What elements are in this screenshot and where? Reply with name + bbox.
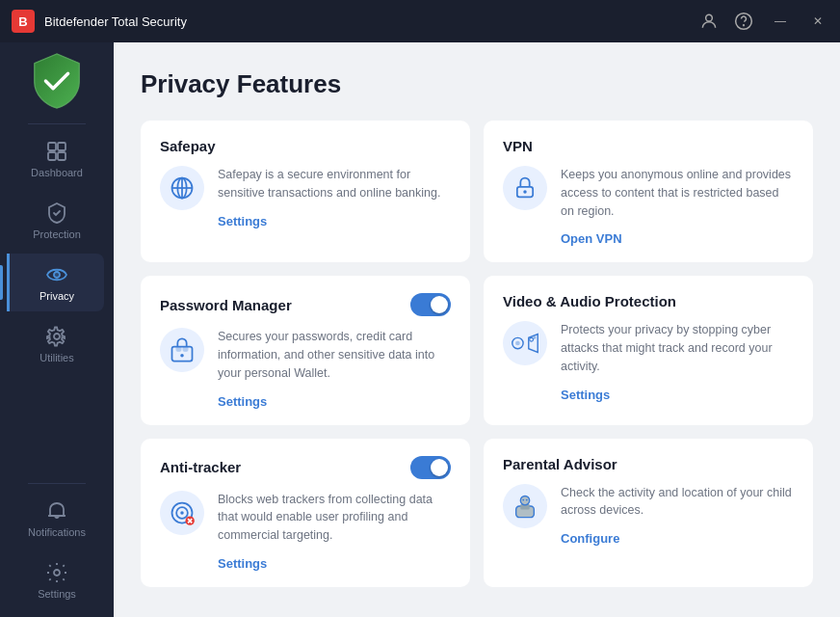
window-controls: ― ✕ — [699, 12, 828, 31]
svg-point-2 — [744, 25, 745, 26]
svg-point-27 — [180, 511, 184, 515]
pa-desc: Check the activity and location of your … — [561, 484, 794, 521]
pa-link[interactable]: Configure — [561, 531, 619, 546]
pa-text: Check the activity and location of your … — [561, 484, 794, 548]
protection-icon — [45, 201, 68, 225]
svg-point-9 — [54, 334, 60, 339]
at-link[interactable]: Settings — [218, 556, 267, 571]
at-title: Anti-tracker — [160, 459, 241, 475]
svg-point-21 — [180, 354, 184, 358]
pwm-title: Password Manager — [160, 297, 292, 313]
card-password-manager: Password Manager Secures — [141, 276, 470, 424]
vpn-text: Keeps you anonymous online and provides … — [561, 166, 794, 247]
app-logo: B — [12, 10, 35, 33]
card-safepay-header: Safepay — [160, 138, 451, 154]
settings-icon — [45, 561, 68, 584]
safepay-icon — [160, 166, 204, 210]
svg-rect-3 — [48, 143, 56, 150]
dashboard-label: Dashboard — [31, 167, 83, 178]
card-vpn-body: Keeps you anonymous online and provides … — [503, 166, 794, 247]
vpn-desc: Keeps you anonymous online and provides … — [561, 166, 794, 220]
pwm-desc: Secures your passwords, credit card info… — [218, 328, 451, 382]
svg-point-35 — [526, 498, 528, 500]
card-parental: Parental Advisor Check the activity — [484, 439, 813, 587]
vap-link[interactable]: Settings — [561, 388, 610, 402]
svg-rect-20 — [183, 347, 188, 352]
sidebar-item-utilities[interactable]: Utilities — [11, 315, 103, 373]
active-indicator — [0, 265, 3, 300]
svg-point-1 — [736, 13, 752, 30]
help-icon[interactable] — [734, 12, 753, 31]
sidebar: Dashboard Protection Privacy — [0, 42, 114, 617]
safepay-title: Safepay — [160, 138, 216, 154]
card-vpn-header: VPN — [503, 138, 794, 154]
utilities-icon — [45, 325, 68, 348]
sidebar-item-dashboard[interactable]: Dashboard — [11, 130, 103, 188]
vpn-title: VPN — [503, 138, 533, 154]
card-at-header: Anti-tracker — [160, 456, 451, 479]
app-body: Dashboard Protection Privacy — [0, 42, 840, 617]
utilities-label: Utilities — [39, 352, 73, 363]
vap-text: Protects your privacy by stopping cyber … — [561, 321, 794, 402]
card-vpn: VPN Keeps you anonymous online and provi… — [484, 121, 813, 262]
vpn-icon — [503, 166, 547, 210]
privacy-icon — [45, 263, 68, 286]
card-pa-body: Check the activity and location of your … — [503, 484, 794, 572]
titlebar: B Bitdefender Total Security ― ✕ — [0, 0, 840, 42]
svg-rect-6 — [58, 152, 66, 160]
notifications-icon — [45, 499, 68, 523]
card-vap-header: Video & Audio Protection — [503, 293, 794, 309]
brand-shield — [28, 52, 86, 110]
vap-icon — [503, 321, 547, 365]
antitracker-toggle[interactable] — [410, 456, 451, 479]
at-icon — [160, 491, 204, 535]
svg-point-34 — [522, 498, 524, 500]
svg-point-17 — [523, 190, 527, 194]
svg-point-33 — [520, 496, 529, 504]
pa-icon — [503, 484, 547, 528]
sidebar-divider-bottom — [28, 483, 86, 484]
sidebar-item-privacy[interactable]: Privacy — [7, 254, 104, 311]
sidebar-item-settings[interactable]: Settings — [11, 551, 103, 609]
pwm-link[interactable]: Settings — [218, 394, 267, 409]
safepay-desc: Safepay is a secure environment for sens… — [218, 166, 451, 202]
card-pwm-body: Secures your passwords, credit card info… — [160, 328, 451, 409]
user-icon[interactable] — [699, 12, 719, 31]
at-text: Blocks web trackers from collecting data… — [218, 491, 451, 572]
app-title: Bitdefender Total Security — [44, 14, 699, 29]
pa-title: Parental Advisor — [503, 456, 617, 472]
card-video-audio: Video & Audio Protection Protects yo — [484, 276, 813, 424]
minimize-button[interactable]: ― — [769, 13, 792, 30]
vap-title: Video & Audio Protection — [503, 293, 676, 309]
card-at-body: Blocks web trackers from collecting data… — [160, 491, 451, 572]
vap-desc: Protects your privacy by stopping cyber … — [561, 321, 794, 375]
close-button[interactable]: ✕ — [807, 13, 828, 30]
main-content: Privacy Features Safepay — [114, 42, 840, 617]
features-grid: Safepay Safepay is a secure environment … — [141, 121, 813, 587]
svg-point-23 — [515, 341, 520, 346]
safepay-text: Safepay is a secure environment for sens… — [218, 166, 451, 229]
svg-rect-4 — [58, 143, 66, 150]
page-title: Privacy Features — [141, 69, 813, 99]
svg-point-0 — [706, 14, 713, 21]
sidebar-item-notifications[interactable]: Notifications — [11, 490, 103, 548]
safepay-link[interactable]: Settings — [218, 214, 267, 228]
card-safepay: Safepay Safepay is a secure environment … — [141, 121, 470, 262]
notifications-label: Notifications — [28, 526, 86, 538]
protection-label: Protection — [33, 228, 81, 240]
svg-point-11 — [54, 570, 60, 576]
sidebar-divider-top — [28, 123, 86, 124]
svg-rect-5 — [48, 152, 56, 160]
svg-rect-18 — [172, 347, 193, 362]
card-pa-header: Parental Advisor — [503, 456, 794, 472]
card-antitracker: Anti-tracker — [141, 439, 470, 587]
card-vap-body: Protects your privacy by stopping cyber … — [503, 321, 794, 409]
sidebar-item-protection[interactable]: Protection — [11, 192, 103, 250]
svg-rect-19 — [176, 347, 181, 352]
at-desc: Blocks web trackers from collecting data… — [218, 491, 451, 545]
vpn-link[interactable]: Open VPN — [561, 231, 622, 246]
privacy-label: Privacy — [39, 290, 74, 302]
pwm-text: Secures your passwords, credit card info… — [218, 328, 451, 409]
pwm-toggle[interactable] — [410, 293, 451, 316]
card-safepay-body: Safepay is a secure environment for sens… — [160, 166, 451, 247]
